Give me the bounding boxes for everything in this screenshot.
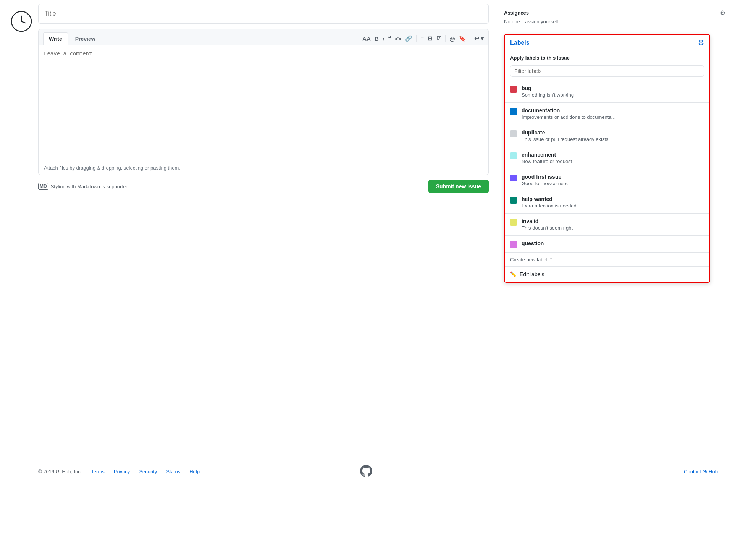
footer-right: Contact GitHub <box>684 469 718 474</box>
label-desc: This issue or pull request already exist… <box>522 136 704 142</box>
list-item[interactable]: bug Something isn't working <box>505 81 709 103</box>
toolbar-quote[interactable]: ❝ <box>388 35 391 42</box>
issue-form: Write Preview AA B i ❝ <> 🔗 ≡ ⊟ ☑ @ 🔖 ↩ … <box>38 4 489 198</box>
github-logo <box>360 465 372 478</box>
toolbar-aa[interactable]: AA <box>362 36 371 42</box>
list-item[interactable]: enhancement New feature or request <box>505 147 709 169</box>
label-list: bug Something isn't working documentatio… <box>505 81 709 253</box>
submit-bar: MD Styling with Markdown is supported Su… <box>38 175 489 198</box>
tab-bar: Write Preview AA B i ❝ <> 🔗 ≡ ⊟ ☑ @ 🔖 ↩ … <box>38 29 489 45</box>
footer-status[interactable]: Status <box>166 469 180 474</box>
toolbar: AA B i ❝ <> 🔗 ≡ ⊟ ☑ @ 🔖 ↩ ▾ <box>362 35 484 45</box>
label-name: enhancement <box>522 152 704 158</box>
comment-area: Attach files by dragging & dropping, sel… <box>38 45 489 175</box>
list-item[interactable]: help wanted Extra attention is needed <box>505 191 709 214</box>
submit-button[interactable]: Submit new issue <box>428 180 489 193</box>
toolbar-undo[interactable]: ↩ ▾ <box>474 35 484 42</box>
label-color-dot <box>510 219 517 226</box>
label-name: duplicate <box>522 129 704 136</box>
labels-panel-title: Labels <box>510 39 530 46</box>
list-item[interactable]: good first issue Good for newcomers <box>505 169 709 191</box>
labels-gear-icon[interactable]: ⚙ <box>698 39 704 47</box>
toolbar-task[interactable]: ☑ <box>436 35 441 42</box>
label-color-dot <box>510 152 517 159</box>
toolbar-italic[interactable]: i <box>383 36 384 42</box>
edit-labels-link[interactable]: ✏️ Edit labels <box>505 267 709 282</box>
labels-dropdown-title: Apply labels to this issue <box>505 51 709 63</box>
assignees-title: Assignees <box>504 10 529 16</box>
markdown-icon: MD <box>38 183 48 190</box>
list-item[interactable]: duplicate This issue or pull request alr… <box>505 125 709 147</box>
label-color-dot <box>510 241 517 248</box>
label-name: question <box>522 240 704 246</box>
assignees-sub: No one—assign yourself <box>504 19 725 24</box>
footer-contact[interactable]: Contact GitHub <box>684 469 718 474</box>
footer-copyright: © 2019 GitHub, Inc. <box>38 469 82 474</box>
tab-preview[interactable]: Preview <box>69 32 101 45</box>
footer-privacy[interactable]: Privacy <box>114 469 130 474</box>
label-desc: Good for newcomers <box>522 181 704 186</box>
comment-textarea[interactable] <box>39 45 488 160</box>
label-name: invalid <box>522 218 704 224</box>
label-desc: Improvements or additions to documenta..… <box>522 114 704 120</box>
labels-panel: Labels ⚙ Apply labels to this issue bug … <box>504 34 710 283</box>
label-desc: Extra attention is needed <box>522 203 704 209</box>
pencil-icon: ✏️ <box>510 271 517 277</box>
toolbar-divider-2 <box>445 35 446 42</box>
assignees-section: Assignees ⚙ No one—assign yourself <box>504 4 725 30</box>
toolbar-ul[interactable]: ≡ <box>420 36 424 42</box>
label-color-dot <box>510 175 517 181</box>
clock-icon <box>11 11 32 32</box>
label-color-dot <box>510 108 517 115</box>
label-color-dot <box>510 197 517 204</box>
footer: © 2019 GitHub, Inc. Terms Privacy Securi… <box>0 457 756 486</box>
toolbar-bookmark[interactable]: 🔖 <box>459 35 466 42</box>
assignees-gear-button[interactable]: ⚙ <box>720 9 725 16</box>
label-name: documentation <box>522 107 704 113</box>
labels-panel-header: Labels ⚙ <box>505 35 709 51</box>
list-item[interactable]: documentation Improvements or additions … <box>505 103 709 125</box>
markdown-label: MD Styling with Markdown is supported <box>38 183 128 190</box>
toolbar-divider-3 <box>470 35 470 42</box>
list-item[interactable]: question <box>505 236 709 253</box>
filter-labels-input[interactable] <box>510 65 704 77</box>
label-name: good first issue <box>522 174 704 180</box>
title-input[interactable] <box>38 4 489 24</box>
list-item[interactable]: invalid This doesn't seem right <box>505 214 709 236</box>
footer-terms[interactable]: Terms <box>91 469 104 474</box>
filter-input-wrap <box>505 63 709 81</box>
create-label-link[interactable]: Create new label "" <box>505 253 709 267</box>
label-desc: New feature or request <box>522 159 704 164</box>
right-sidebar: Assignees ⚙ No one—assign yourself Label… <box>504 4 725 283</box>
toolbar-mention[interactable]: @ <box>449 36 455 42</box>
label-desc: Something isn't working <box>522 92 704 98</box>
label-name: bug <box>522 85 704 91</box>
toolbar-code[interactable]: <> <box>395 36 402 42</box>
toolbar-bold[interactable]: B <box>375 36 379 42</box>
label-desc: This doesn't seem right <box>522 225 704 231</box>
toolbar-ol[interactable]: ⊟ <box>428 35 433 42</box>
toolbar-link[interactable]: 🔗 <box>405 35 412 42</box>
tab-write[interactable]: Write <box>43 32 68 45</box>
label-color-dot <box>510 130 517 137</box>
toolbar-divider-1 <box>416 35 417 42</box>
footer-help[interactable]: Help <box>189 469 200 474</box>
label-name: help wanted <box>522 196 704 202</box>
assignees-header: Assignees ⚙ <box>504 9 725 16</box>
label-color-dot <box>510 86 517 93</box>
footer-security[interactable]: Security <box>139 469 157 474</box>
attach-bar: Attach files by dragging & dropping, sel… <box>39 161 488 175</box>
